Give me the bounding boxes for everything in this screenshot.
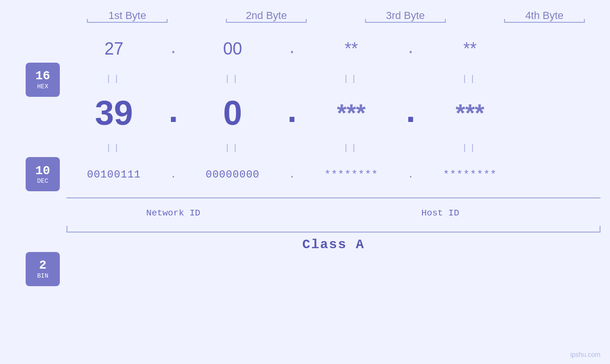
network-bracket-line (66, 197, 280, 198)
byte4-label: 4th Byte (497, 9, 592, 22)
bin-badge-label: BIN (37, 272, 48, 280)
hex-badge-label: HEX (37, 83, 48, 90)
hex-dot2: . (280, 40, 304, 58)
class-label: Class A (66, 237, 601, 252)
host-id-label: Host ID (280, 208, 601, 218)
data-grid: 27 . 00 . ** . ** || || || || (66, 28, 610, 364)
dec-badge: 10 DEC (26, 157, 60, 191)
bin-b1: 00100111 (66, 169, 161, 181)
network-id-label: Network ID (66, 208, 280, 218)
hex-b4: ** (422, 39, 517, 59)
sep1-b2: || (185, 74, 280, 84)
sub-brackets (66, 197, 601, 205)
sep1-b4: || (422, 74, 517, 84)
bin-badge-number: 2 (39, 259, 47, 272)
dec-dot2: . (280, 96, 304, 130)
sep2-b3: || (304, 143, 399, 152)
sep2-b4: || (422, 143, 517, 152)
watermark: ipshu.com (570, 351, 601, 358)
byte3-label: 3rd Byte (358, 9, 453, 22)
byte1-label: 1st Byte (80, 9, 175, 22)
bin-dot3: . (399, 169, 422, 181)
bin-dot2: . (280, 169, 304, 181)
dec-b3: *** (304, 99, 399, 127)
id-labels: Network ID Host ID (66, 208, 601, 218)
dec-b4: *** (422, 99, 517, 127)
hex-badge: 16 HEX (26, 63, 60, 97)
badges-column: 16 HEX 10 DEC 2 BIN (0, 28, 66, 364)
dec-b2: 0 (185, 93, 280, 132)
content-area: 16 HEX 10 DEC 2 BIN 27 . 00 . ** (0, 28, 610, 364)
byte3-bracket (365, 22, 446, 23)
dec-dot1: . (161, 96, 185, 130)
dec-badge-number: 10 (35, 164, 50, 178)
bin-dot1: . (161, 169, 185, 181)
dec-row: 39 . 0 . *** . *** (66, 87, 601, 139)
bin-row: 00100111 . 00000000 . ******** . *******… (66, 156, 601, 194)
sep1-b3: || (304, 74, 399, 84)
hex-b1: 27 (66, 39, 161, 59)
bin-badge: 2 BIN (26, 252, 60, 286)
byte2-bracket (226, 22, 307, 23)
host-bracket-line (280, 197, 601, 198)
byte2-label: 2nd Byte (219, 9, 314, 22)
header-row: 1st Byte 2nd Byte 3rd Byte 4th Byte (75, 9, 597, 23)
hex-b2: 00 (185, 39, 280, 59)
sep-row-1: || || || || (66, 70, 601, 87)
dec-b1: 39 (66, 93, 161, 132)
class-bracket-line (66, 226, 601, 233)
sep2-b2: || (185, 143, 280, 152)
all-rows: 27 . 00 . ** . ** || || || || (66, 28, 601, 194)
main-container: 1st Byte 2nd Byte 3rd Byte 4th Byte 16 H… (0, 0, 610, 364)
hex-dot1: . (161, 40, 185, 58)
sep1-b1: || (66, 74, 161, 84)
hex-row: 27 . 00 . ** . ** (66, 28, 601, 70)
hex-dot3: . (399, 40, 422, 58)
sep2-b1: || (66, 143, 161, 152)
hex-badge-number: 16 (35, 69, 50, 83)
class-bracket (66, 225, 601, 233)
byte4-bracket (504, 22, 585, 23)
dec-badge-label: DEC (37, 177, 48, 185)
dec-dot3: . (399, 96, 422, 130)
byte1-bracket (87, 22, 168, 23)
hex-b3: ** (304, 39, 399, 59)
sep-row-2: || || || || (66, 139, 601, 156)
bin-b2: 00000000 (185, 169, 280, 181)
bin-b4: ******** (422, 169, 517, 181)
bin-b3: ******** (304, 169, 399, 181)
